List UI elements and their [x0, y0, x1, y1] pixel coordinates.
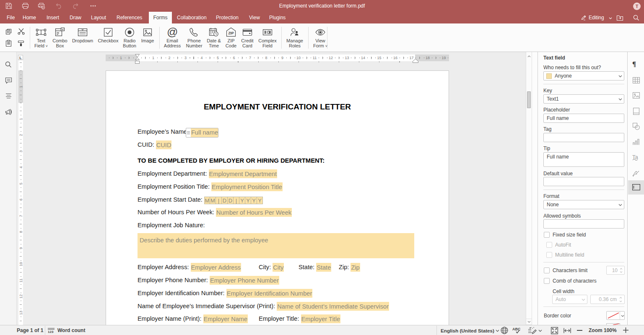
svg-text:123: 123 — [48, 330, 54, 333]
svg-text:ZIP: ZIP — [228, 31, 234, 35]
